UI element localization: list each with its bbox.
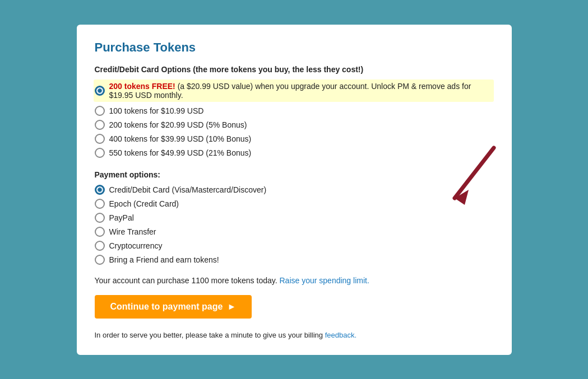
payment-option-referral[interactable]: Bring a Friend and earn tokens! xyxy=(95,255,494,265)
payment-section-label: Payment options: xyxy=(95,170,494,179)
payment-label-wire[interactable]: Wire Transfer xyxy=(109,227,156,236)
payment-radio-card[interactable] xyxy=(95,185,105,195)
token-option-free[interactable]: 200 tokens FREE! (a $20.99 USD value) wh… xyxy=(94,79,494,102)
payment-option-paypal[interactable]: PayPal xyxy=(95,213,494,223)
payment-label-epoch[interactable]: Epoch (Credit Card) xyxy=(109,199,179,208)
continue-button[interactable]: Continue to payment page ► xyxy=(95,295,252,319)
payment-radio-epoch[interactable] xyxy=(95,199,105,209)
feedback-link[interactable]: feedback. xyxy=(325,331,356,339)
token-label-200[interactable]: 200 tokens for $20.99 USD (5% Bonus) xyxy=(109,120,247,129)
token-radio-100[interactable] xyxy=(95,106,105,116)
token-radio-550[interactable] xyxy=(95,148,105,158)
raise-spending-limit-link[interactable]: Raise your spending limit. xyxy=(280,276,369,285)
payment-label-crypto[interactable]: Cryptocurrency xyxy=(109,241,163,250)
token-radio-400[interactable] xyxy=(95,134,105,144)
token-radio-free[interactable] xyxy=(95,86,105,96)
payment-option-card[interactable]: Credit/Debit Card (Visa/Mastercard/Disco… xyxy=(95,185,494,195)
payment-radio-crypto[interactable] xyxy=(95,241,105,251)
spending-limit-text: Your account can purchase 1100 more toke… xyxy=(95,276,494,285)
payment-option-epoch[interactable]: Epoch (Credit Card) xyxy=(95,199,494,209)
payment-radio-referral[interactable] xyxy=(95,255,105,265)
payment-label-paypal[interactable]: PayPal xyxy=(109,213,134,222)
payment-options-section: Payment options: Credit/Debit Card (Visa… xyxy=(95,170,494,265)
token-label-550[interactable]: 550 tokens for $49.99 USD (21% Bonus) xyxy=(109,148,252,157)
token-option-400[interactable]: 400 tokens for $39.99 USD (10% Bonus) xyxy=(95,134,494,144)
payment-radio-wire[interactable] xyxy=(95,227,105,237)
purchase-tokens-card: Purchase Tokens Credit/Debit Card Option… xyxy=(76,24,513,356)
token-section-label: Credit/Debit Card Options (the more toke… xyxy=(95,65,494,74)
payment-option-wire[interactable]: Wire Transfer xyxy=(95,227,494,237)
payment-label-referral[interactable]: Bring a Friend and earn tokens! xyxy=(109,255,219,264)
continue-arrow-icon: ► xyxy=(227,302,236,312)
token-radio-200[interactable] xyxy=(95,120,105,130)
token-label-400[interactable]: 400 tokens for $39.99 USD (10% Bonus) xyxy=(109,134,252,143)
token-option-100[interactable]: 100 tokens for $10.99 USD xyxy=(95,106,494,116)
token-option-550[interactable]: 550 tokens for $49.99 USD (21% Bonus) xyxy=(95,148,494,158)
page-title: Purchase Tokens xyxy=(95,40,494,55)
payment-label-card[interactable]: Credit/Debit Card (Visa/Mastercard/Disco… xyxy=(109,185,267,194)
feedback-text: In order to serve you better, please tak… xyxy=(95,331,494,339)
token-option-200[interactable]: 200 tokens for $20.99 USD (5% Bonus) xyxy=(95,120,494,130)
payment-radio-paypal[interactable] xyxy=(95,213,105,223)
token-options-section: Credit/Debit Card Options (the more toke… xyxy=(95,65,494,158)
token-label-100[interactable]: 100 tokens for $10.99 USD xyxy=(109,106,204,115)
payment-option-crypto[interactable]: Cryptocurrency xyxy=(95,241,494,251)
token-label-free[interactable]: 200 tokens FREE! (a $20.99 USD value) wh… xyxy=(109,82,489,100)
